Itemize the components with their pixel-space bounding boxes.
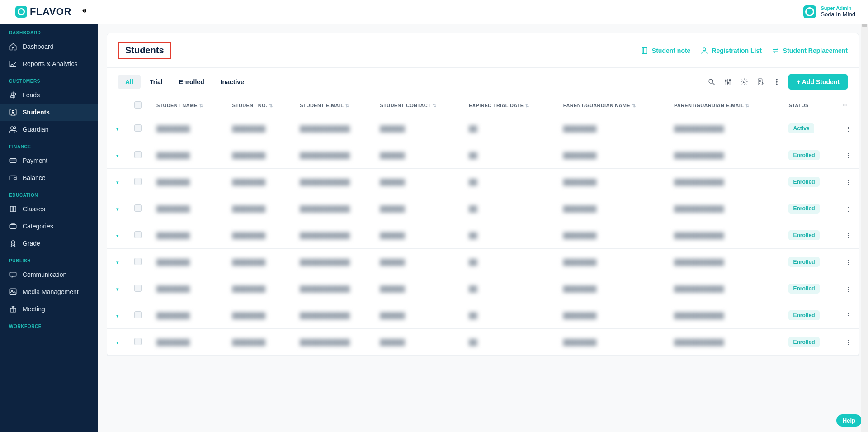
col-more-icon[interactable]: ⋯ (838, 96, 859, 115)
tab-all[interactable]: All (118, 75, 141, 89)
col-status[interactable]: STATUS (788, 103, 808, 108)
sidebar-item-reports-analytics[interactable]: Reports & Analytics (0, 55, 98, 72)
sidebar-item-grade[interactable]: Grade (0, 235, 98, 252)
row-checkbox[interactable] (134, 285, 142, 292)
table-row[interactable]: ▾███████████████████████████████████████… (107, 329, 859, 356)
select-all-checkbox[interactable] (134, 101, 142, 109)
export-icon[interactable] (756, 77, 765, 86)
expand-row-icon[interactable]: ▾ (116, 313, 119, 318)
cell-expired-trial: ██ (469, 205, 477, 212)
more-icon[interactable] (772, 77, 781, 86)
table-row[interactable]: ▾███████████████████████████████████████… (107, 195, 859, 222)
nav-section-label: EDUCATION (0, 186, 98, 200)
expand-row-icon[interactable]: ▾ (116, 340, 119, 345)
row-menu-icon[interactable]: ⋮ (838, 169, 859, 195)
row-menu-icon[interactable]: ⋮ (838, 275, 859, 302)
svg-point-24 (727, 82, 729, 84)
svg-point-1 (12, 110, 14, 113)
col-guardian-email[interactable]: PARENT/GUARDIAN E-MAIL (674, 103, 744, 108)
student-note-link[interactable]: Student note (641, 47, 691, 55)
row-menu-icon[interactable]: ⋮ (838, 222, 859, 249)
expand-row-icon[interactable]: ▾ (116, 153, 119, 158)
table-row[interactable]: ▾███████████████████████████████████████… (107, 115, 859, 142)
sidebar-item-payment[interactable]: Payment (0, 152, 98, 169)
table-row[interactable]: ▾███████████████████████████████████████… (107, 222, 859, 249)
table-row[interactable]: ▾███████████████████████████████████████… (107, 302, 859, 329)
tab-inactive[interactable]: Inactive (213, 75, 251, 89)
sidebar-item-leads[interactable]: Leads (0, 86, 98, 104)
col-guardian-name[interactable]: PARENT/GUARDIAN NAME (563, 103, 630, 108)
row-checkbox[interactable] (134, 311, 142, 318)
expand-row-icon[interactable]: ▾ (116, 180, 119, 185)
cell-student-name: ████████ (156, 125, 190, 132)
sidebar-item-categories[interactable]: Categories (0, 218, 98, 235)
row-menu-icon[interactable]: ⋮ (838, 329, 859, 356)
student-replacement-link[interactable]: Student Replacement (772, 47, 848, 55)
row-menu-icon[interactable]: ⋮ (838, 249, 859, 275)
expand-row-icon[interactable]: ▾ (116, 233, 119, 238)
cell-student-no: ████████ (232, 152, 265, 159)
sidebar-item-balance[interactable]: Balance (0, 169, 98, 186)
sidebar-item-media-management[interactable]: Media Management (0, 283, 98, 300)
cell-guardian-name: ████████ (563, 179, 597, 185)
sidebar-item-label: Communication (23, 271, 66, 278)
registration-list-label: Registration List (712, 47, 761, 54)
row-checkbox[interactable] (134, 258, 142, 265)
col-student-email[interactable]: STUDENT E-MAIL (300, 103, 344, 108)
chat-icon (9, 271, 17, 279)
tab-trial[interactable]: Trial (142, 75, 170, 89)
cell-student-no: ████████ (232, 179, 265, 185)
row-menu-icon[interactable]: ⋮ (838, 115, 859, 142)
row-checkbox[interactable] (134, 204, 142, 212)
nav-section-label: WORKFORCE (0, 318, 98, 332)
cell-guardian-name: ████████ (563, 259, 597, 266)
sidebar-item-dashboard[interactable]: Dashboard (0, 38, 98, 55)
profile-menu[interactable]: Super Admin Soda In Mind (803, 5, 855, 18)
sidebar-item-guardian[interactable]: Guardian (0, 121, 98, 138)
table-row[interactable]: ▾███████████████████████████████████████… (107, 249, 859, 275)
row-checkbox[interactable] (134, 338, 142, 345)
help-button[interactable]: Help (836, 414, 862, 427)
row-checkbox[interactable] (134, 151, 142, 158)
brand-logo[interactable]: FLAVOR (15, 6, 71, 18)
tab-enrolled[interactable]: Enrolled (172, 75, 212, 89)
sidebar-item-meeting[interactable]: Meeting (0, 300, 98, 318)
add-student-button[interactable]: + Add Student (788, 74, 848, 90)
search-icon[interactable] (707, 77, 716, 86)
svg-point-9 (11, 241, 15, 244)
col-expired-trial[interactable]: EXPIRED TRIAL DATE (469, 103, 524, 108)
col-student-no[interactable]: STUDENT NO. (232, 103, 267, 108)
expand-row-icon[interactable]: ▾ (116, 286, 119, 292)
cell-guardian-email: ████████████ (674, 205, 724, 212)
expand-row-icon[interactable]: ▾ (116, 206, 119, 212)
col-student-name[interactable]: STUDENT NAME (156, 103, 198, 108)
expand-row-icon[interactable]: ▾ (116, 260, 119, 265)
row-checkbox[interactable] (134, 231, 142, 238)
cell-student-email: ████████████ (300, 152, 350, 159)
cell-guardian-email: ████████████ (674, 285, 724, 292)
row-menu-icon[interactable]: ⋮ (838, 302, 859, 329)
sidebar-item-students[interactable]: Students (0, 104, 98, 121)
svg-point-12 (12, 290, 13, 291)
registration-list-link[interactable]: Registration List (700, 47, 761, 55)
signpost-icon (9, 91, 17, 99)
collapse-sidebar-icon[interactable] (80, 7, 88, 17)
sidebar-item-classes[interactable]: Classes (0, 200, 98, 218)
student-replacement-label: Student Replacement (783, 47, 848, 54)
cell-guardian-name: ████████ (563, 339, 597, 346)
table-row[interactable]: ▾███████████████████████████████████████… (107, 142, 859, 169)
gear-icon[interactable] (740, 77, 749, 86)
filter-icon[interactable] (723, 77, 732, 86)
row-menu-icon[interactable]: ⋮ (838, 142, 859, 169)
col-student-contact[interactable]: STUDENT CONTACT (380, 103, 431, 108)
row-menu-icon[interactable]: ⋮ (838, 195, 859, 222)
cell-student-name: ████████ (156, 285, 190, 292)
sidebar-item-communication[interactable]: Communication (0, 266, 98, 283)
table-row[interactable]: ▾███████████████████████████████████████… (107, 275, 859, 302)
chart-icon (9, 60, 17, 68)
scrollbar[interactable] (861, 0, 868, 432)
expand-row-icon[interactable]: ▾ (116, 126, 119, 132)
table-row[interactable]: ▾███████████████████████████████████████… (107, 169, 859, 195)
row-checkbox[interactable] (134, 178, 142, 185)
row-checkbox[interactable] (134, 124, 142, 132)
